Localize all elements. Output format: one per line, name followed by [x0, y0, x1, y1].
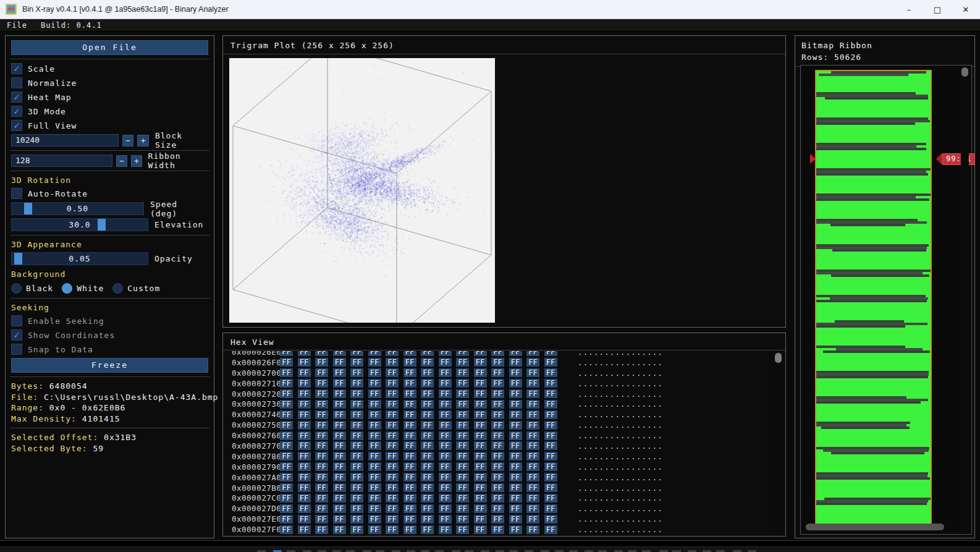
opacity-slider[interactable]: 0.05: [11, 252, 148, 265]
hex-byte[interactable]: FF: [386, 473, 399, 482]
hex-byte[interactable]: FF: [491, 515, 504, 524]
hex-byte[interactable]: FF: [298, 410, 311, 419]
hex-byte[interactable]: FF: [474, 389, 487, 398]
hex-byte[interactable]: FF: [491, 462, 504, 471]
hex-byte[interactable]: FF: [333, 483, 346, 492]
hex-byte[interactable]: FF: [509, 351, 522, 356]
hex-byte[interactable]: FF: [333, 473, 346, 482]
hex-byte[interactable]: FF: [386, 389, 399, 398]
hex-byte[interactable]: FF: [298, 368, 311, 377]
hex-byte[interactable]: FF: [280, 379, 293, 388]
hex-byte[interactable]: FF: [491, 431, 504, 440]
hex-byte[interactable]: FF: [403, 462, 416, 471]
hex-byte[interactable]: FF: [456, 410, 469, 419]
hex-byte[interactable]: FF: [368, 351, 381, 356]
trigram-3d-plot[interactable]: [229, 58, 495, 323]
hex-byte[interactable]: FF: [439, 389, 452, 398]
hex-byte[interactable]: FF: [298, 421, 311, 430]
hex-byte[interactable]: FF: [509, 441, 522, 450]
hex-byte[interactable]: FF: [350, 379, 363, 388]
hex-byte[interactable]: FF: [298, 494, 311, 503]
hex-byte[interactable]: FF: [544, 494, 557, 503]
hex-byte[interactable]: FF: [456, 462, 469, 471]
hex-byte[interactable]: FF: [439, 473, 452, 482]
hex-byte[interactable]: FF: [526, 389, 539, 398]
hex-byte[interactable]: FF: [456, 441, 469, 450]
hex-byte[interactable]: FF: [544, 473, 557, 482]
hex-byte[interactable]: FF: [509, 421, 522, 430]
hex-byte[interactable]: FF: [333, 389, 346, 398]
hex-byte[interactable]: FF: [439, 515, 452, 524]
hex-byte[interactable]: FF: [439, 441, 452, 450]
hex-byte[interactable]: FF: [544, 421, 557, 430]
hex-byte[interactable]: FF: [509, 494, 522, 503]
ribbon-width-decrement-button[interactable]: −: [116, 155, 127, 167]
hex-byte[interactable]: FF: [421, 494, 434, 503]
hex-byte[interactable]: FF: [315, 431, 328, 440]
hex-byte[interactable]: FF: [368, 379, 381, 388]
hex-byte[interactable]: FF: [421, 452, 434, 461]
hex-byte[interactable]: FF: [509, 358, 522, 367]
hex-byte[interactable]: FF: [315, 441, 328, 450]
auto-rotate-checkbox[interactable]: ✓ Auto-Rotate: [11, 188, 208, 199]
hex-byte[interactable]: FF: [298, 389, 311, 398]
hex-byte[interactable]: FF: [544, 389, 557, 398]
hex-byte[interactable]: FF: [509, 525, 522, 534]
hex-byte[interactable]: FF: [474, 483, 487, 492]
hex-byte[interactable]: FF: [474, 525, 487, 534]
hex-byte[interactable]: FF: [439, 483, 452, 492]
hex-byte[interactable]: FF: [456, 368, 469, 377]
hex-byte[interactable]: FF: [403, 494, 416, 503]
speed-slider-handle[interactable]: [24, 203, 32, 214]
hex-byte[interactable]: FF: [280, 421, 293, 430]
hex-byte[interactable]: FF: [439, 351, 452, 356]
hex-byte[interactable]: FF: [474, 421, 487, 430]
hex-byte[interactable]: FF: [280, 441, 293, 450]
hex-byte[interactable]: FF: [368, 431, 381, 440]
hex-byte[interactable]: FF: [350, 441, 363, 450]
hex-byte[interactable]: FF: [368, 494, 381, 503]
hex-byte[interactable]: FF: [439, 400, 452, 409]
hex-byte[interactable]: FF: [280, 389, 293, 398]
hex-byte[interactable]: FF: [333, 410, 346, 419]
hex-byte[interactable]: FF: [491, 483, 504, 492]
hex-byte[interactable]: FF: [315, 368, 328, 377]
hex-byte[interactable]: FF: [456, 400, 469, 409]
hex-byte[interactable]: FF: [509, 504, 522, 513]
block-size-increment-button[interactable]: +: [137, 135, 149, 146]
hex-byte[interactable]: FF: [298, 515, 311, 524]
checkbox-show-coordinates[interactable]: ✓Show Coordinates: [11, 329, 208, 341]
hex-byte[interactable]: FF: [333, 462, 346, 471]
hex-byte[interactable]: FF: [474, 368, 487, 377]
hex-byte[interactable]: FF: [386, 483, 399, 492]
hex-byte[interactable]: FF: [350, 368, 363, 377]
hex-byte[interactable]: FF: [421, 431, 434, 440]
hex-byte[interactable]: FF: [544, 379, 557, 388]
hex-byte[interactable]: FF: [421, 379, 434, 388]
hex-byte[interactable]: FF: [456, 389, 469, 398]
hex-byte[interactable]: FF: [491, 494, 504, 503]
hex-byte[interactable]: FF: [333, 368, 346, 377]
hex-byte[interactable]: FF: [474, 494, 487, 503]
hex-byte[interactable]: FF: [315, 410, 328, 419]
checkbox-box[interactable]: ✓: [11, 315, 22, 326]
hex-byte[interactable]: FF: [368, 462, 381, 471]
hex-byte[interactable]: FF: [474, 473, 487, 482]
hex-byte[interactable]: FF: [421, 504, 434, 513]
checkbox-snap-to-data[interactable]: ✓Snap to Data: [11, 344, 208, 355]
hex-byte[interactable]: FF: [280, 400, 293, 409]
hex-byte[interactable]: FF: [544, 504, 557, 513]
hex-byte[interactable]: FF: [280, 410, 293, 419]
hex-byte[interactable]: FF: [386, 368, 399, 377]
hex-byte[interactable]: FF: [333, 515, 346, 524]
opacity-slider-handle[interactable]: [14, 253, 22, 265]
hex-byte[interactable]: FF: [386, 400, 399, 409]
ribbon-vertical-scrollbar-thumb[interactable]: [961, 67, 968, 77]
radio-white[interactable]: White: [62, 283, 104, 294]
hex-byte[interactable]: FF: [526, 462, 539, 471]
hex-byte[interactable]: FF: [315, 462, 328, 471]
hex-byte[interactable]: FF: [509, 483, 522, 492]
minimize-button[interactable]: –: [895, 0, 923, 19]
hex-byte[interactable]: FF: [350, 358, 363, 367]
hex-byte[interactable]: FF: [403, 421, 416, 430]
